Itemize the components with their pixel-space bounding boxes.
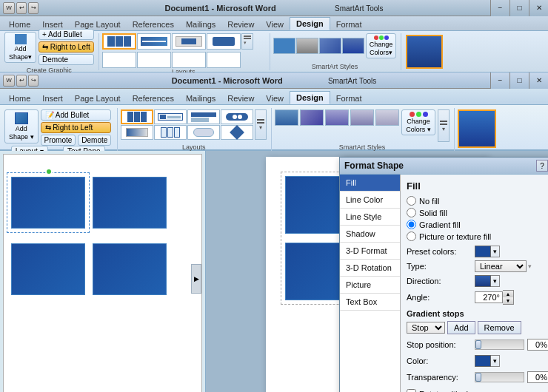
demote-btn[interactable]: Demote xyxy=(78,135,111,146)
type-select[interactable]: Linear xyxy=(475,260,527,272)
promote-btn[interactable]: Promote xyxy=(41,135,76,146)
tab-pagelayout[interactable]: Page Layout xyxy=(69,92,127,104)
add-shape-btn-1[interactable]: Add Shape▾ xyxy=(4,32,36,63)
window-title-2: Document1 - Microsoft Word SmartArt Tool… xyxy=(172,76,377,85)
style-selected-thumb[interactable] xyxy=(406,35,443,69)
selected-style-thumb[interactable] xyxy=(458,109,496,148)
minimize-btn-2[interactable]: − xyxy=(490,72,509,89)
picture-fill-radio[interactable] xyxy=(407,232,416,241)
layout-thumb-2[interactable] xyxy=(137,33,171,50)
close-btn-2[interactable]: ✕ xyxy=(529,72,548,89)
tab-review[interactable]: Review xyxy=(221,92,260,104)
demote-btn-1[interactable]: Demote xyxy=(39,54,94,65)
tab-mailings[interactable]: Mailings xyxy=(180,92,221,104)
layout-thumb-5[interactable] xyxy=(102,52,136,68)
layout-thumb-6[interactable] xyxy=(137,52,171,68)
tab-review-1[interactable]: Review xyxy=(221,18,260,30)
transparency-label: Transparency: xyxy=(407,373,472,382)
stop-position-input[interactable] xyxy=(527,339,548,351)
dialog-help-btn[interactable]: ? xyxy=(536,160,548,172)
layout-option-1[interactable] xyxy=(121,109,153,124)
layout-option-4[interactable] xyxy=(221,109,253,124)
layout-thumb-4[interactable] xyxy=(207,33,241,50)
minimize-btn-1[interactable]: − xyxy=(490,0,509,16)
picture-fill-label: Picture or texture fill xyxy=(419,232,491,241)
smartart-style-5[interactable] xyxy=(375,109,399,126)
tab-design[interactable]: Design xyxy=(290,91,330,104)
stop-position-slider[interactable] xyxy=(475,340,481,349)
layout-thumb-1[interactable] xyxy=(102,33,136,50)
nav-line-color[interactable]: Line Color xyxy=(340,192,400,209)
preset-color-swatch xyxy=(475,246,491,257)
angle-decrement-btn[interactable]: ▼ xyxy=(503,297,513,304)
tab-mailings-1[interactable]: Mailings xyxy=(180,18,221,30)
transparency-slider[interactable] xyxy=(475,373,481,382)
stop-select[interactable]: Stop 1 xyxy=(407,322,445,334)
layout-expand-btn[interactable]: ▾ xyxy=(241,33,253,50)
maximize-btn-1[interactable]: □ xyxy=(509,0,529,16)
nav-text-box[interactable]: Text Box xyxy=(340,294,400,311)
right-to-left-btn-1[interactable]: ⇆ Right to Left xyxy=(39,41,94,53)
direction-label: Direction: xyxy=(407,277,472,285)
style-thumb-3[interactable] xyxy=(319,38,341,54)
no-fill-radio[interactable] xyxy=(407,196,416,206)
dialog-title: Format Shape xyxy=(344,160,404,171)
transparency-input[interactable] xyxy=(527,371,548,383)
nav-picture[interactable]: Picture xyxy=(340,277,400,294)
fill-section-title: Fill xyxy=(407,180,548,192)
layout-option-8[interactable] xyxy=(221,125,253,140)
scroll-right-btn[interactable]: ▶ xyxy=(191,264,201,294)
add-shape-btn[interactable]: Add Shape ▾ xyxy=(4,109,39,143)
direction-dropdown[interactable]: ▾ xyxy=(491,275,500,287)
rotate-checkbox[interactable] xyxy=(407,389,416,392)
layout-option-6[interactable] xyxy=(154,125,187,140)
window-title-1: Document1 - Microsoft Word SmartArt Tool… xyxy=(165,4,384,13)
add-stop-btn[interactable]: Add xyxy=(447,321,475,334)
tab-home[interactable]: Home xyxy=(3,92,36,104)
layout-option-7[interactable] xyxy=(187,125,220,140)
nav-3d-rotation[interactable]: 3-D Rotation xyxy=(340,260,400,277)
smartart-style-4[interactable] xyxy=(350,109,374,126)
tab-design-1[interactable]: Design xyxy=(290,17,330,30)
style-thumb-1[interactable] xyxy=(273,38,295,54)
color-dropdown[interactable]: ▾ xyxy=(491,355,500,367)
right-to-left-btn[interactable]: ⇆ Right to Left xyxy=(41,122,112,133)
change-colors-btn[interactable]: Change Colors▾ xyxy=(366,33,397,58)
layouts-expand-btn[interactable]: ▾ xyxy=(255,109,267,140)
remove-stop-btn[interactable]: Remove xyxy=(478,321,521,334)
tab-view-1[interactable]: View xyxy=(260,18,290,30)
tab-view[interactable]: View xyxy=(260,92,290,104)
smartart-style-2[interactable] xyxy=(300,109,324,126)
layout-option-2[interactable] xyxy=(154,109,187,124)
angle-input[interactable] xyxy=(475,291,503,303)
add-bullet-btn-1[interactable]: + Add Bullet xyxy=(39,29,94,40)
add-bullet-btn[interactable]: 📝 Add Bullet xyxy=(41,109,112,121)
maximize-btn-2[interactable]: □ xyxy=(509,72,529,89)
tab-format-1[interactable]: Format xyxy=(330,18,368,30)
solid-fill-radio[interactable] xyxy=(407,208,416,217)
close-btn-1[interactable]: ✕ xyxy=(529,0,548,16)
tab-references[interactable]: References xyxy=(127,92,180,104)
nav-shadow[interactable]: Shadow xyxy=(340,226,400,243)
style-thumb-4[interactable] xyxy=(342,38,364,54)
nav-line-style[interactable]: Line Style xyxy=(340,209,400,226)
change-colors-btn-2[interactable]: Change Colors ▾ xyxy=(401,109,435,135)
tab-references-1[interactable]: References xyxy=(127,18,180,30)
gradient-stops-header: Gradient stops xyxy=(407,309,548,318)
layout-thumb-7[interactable] xyxy=(172,52,206,68)
gradient-fill-radio[interactable] xyxy=(407,220,416,229)
tab-insert[interactable]: Insert xyxy=(36,92,69,104)
nav-fill[interactable]: Fill xyxy=(340,175,400,192)
layout-option-5[interactable] xyxy=(121,125,153,140)
nav-3d-format[interactable]: 3-D Format xyxy=(340,243,400,260)
preset-color-dropdown[interactable]: ▾ xyxy=(491,246,500,257)
style-thumb-2[interactable] xyxy=(296,38,318,54)
angle-increment-btn[interactable]: ▲ xyxy=(503,291,513,297)
layout-option-3[interactable] xyxy=(187,109,220,124)
layout-thumb-8[interactable] xyxy=(207,52,241,68)
smartart-style-1[interactable] xyxy=(275,109,298,126)
rotate-label: Rotate with shape xyxy=(419,390,484,393)
tab-format[interactable]: Format xyxy=(330,92,368,104)
layout-thumb-3[interactable] xyxy=(172,33,206,50)
smartart-style-3[interactable] xyxy=(325,109,349,126)
